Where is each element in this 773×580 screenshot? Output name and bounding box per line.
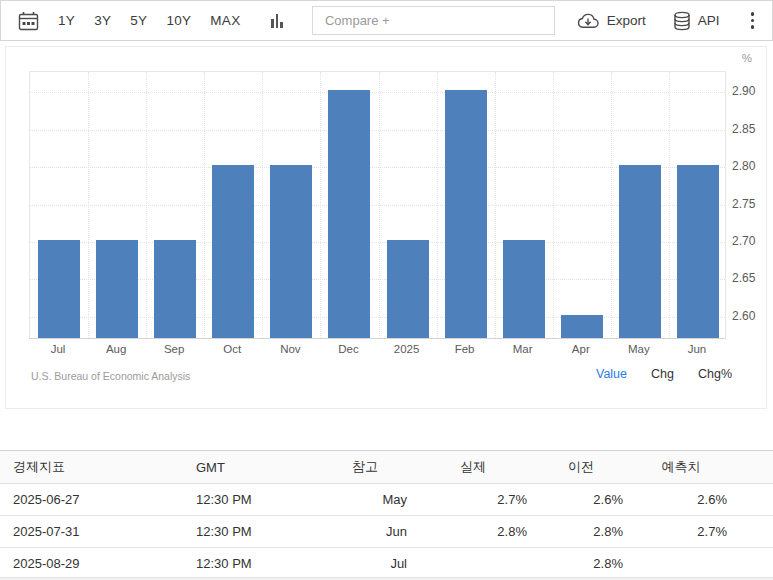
y-tick-label: 2.90	[732, 84, 755, 98]
table-header-cell: 참고	[317, 451, 413, 484]
table-cell: May	[317, 484, 413, 516]
chart-bar-jun[interactable]	[677, 165, 719, 338]
cloud-download-icon	[576, 12, 600, 30]
x-axis-label: Sep	[145, 343, 203, 355]
v-gridline	[88, 72, 89, 338]
v-gridline	[611, 72, 612, 338]
range-button-5y[interactable]: 5Y	[130, 13, 147, 28]
range-button-max[interactable]: MAX	[210, 13, 240, 28]
table-header-row: 경제지표GMT참고실제이전예측치	[0, 451, 773, 484]
chart-bar-dec[interactable]	[328, 90, 370, 338]
table-header-cell: 이전	[533, 451, 629, 484]
range-selector: 1Y3Y5Y10YMAX	[58, 13, 240, 28]
range-button-10y[interactable]: 10Y	[166, 13, 191, 28]
table-cell: 12:30 PM	[196, 484, 317, 516]
v-gridline	[437, 72, 438, 338]
chart-bar-aug[interactable]	[96, 240, 138, 338]
y-tick-label: 2.65	[732, 271, 755, 285]
table-row[interactable]: 2025-08-2912:30 PMJul2.8%	[0, 548, 773, 580]
chart-mode-link-chg[interactable]: Chg	[651, 367, 674, 381]
chart-bar-may[interactable]	[619, 165, 661, 338]
chart-bar-mar[interactable]	[503, 240, 545, 338]
h-gridline	[30, 130, 725, 131]
series-mode-links: ValueChgChg%	[596, 367, 732, 381]
chart-mode-link-chgpct[interactable]: Chg%	[698, 367, 732, 381]
v-gridline	[262, 72, 263, 338]
v-gridline	[669, 72, 670, 338]
export-button[interactable]: Export	[576, 12, 646, 30]
y-tick-label: 2.75	[732, 197, 755, 211]
chart-mode-link-value[interactable]: Value	[596, 367, 627, 381]
v-gridline	[204, 72, 205, 338]
table-cell: 2025-07-31	[0, 516, 196, 548]
table-header-cell: GMT	[196, 451, 317, 484]
y-tick-label: 2.60	[732, 309, 755, 323]
table-cell	[629, 548, 733, 580]
x-axis-label: Feb	[436, 343, 494, 355]
x-axis-label: Mar	[494, 343, 552, 355]
table-row[interactable]: 2025-06-2712:30 PMMay2.7%2.6%2.6%	[0, 484, 773, 516]
range-button-3y[interactable]: 3Y	[94, 13, 111, 28]
chart-bar-sep[interactable]	[154, 240, 196, 338]
chart-bar-feb[interactable]	[445, 90, 487, 338]
y-tick-label: 2.80	[732, 159, 755, 173]
v-gridline	[495, 72, 496, 338]
api-button[interactable]: API	[673, 11, 720, 31]
x-axis-label: Aug	[87, 343, 145, 355]
h-gridline	[30, 92, 725, 93]
chart-bar-jul[interactable]	[38, 240, 80, 338]
v-gridline	[146, 72, 147, 338]
database-icon	[673, 11, 691, 31]
chart-bar-oct[interactable]	[212, 165, 254, 338]
table-cell: Jun	[317, 516, 413, 548]
chart-panel: % 2.902.852.802.752.702.652.60 JulAugSep…	[5, 46, 767, 409]
toolbar: 1Y3Y5Y10YMAX Export API	[0, 0, 773, 41]
table-cell: Jul	[317, 548, 413, 580]
calendar-button[interactable]	[18, 11, 39, 31]
range-button-1y[interactable]: 1Y	[58, 13, 75, 28]
calendar-icon	[18, 11, 39, 31]
economic-calendar-table: 경제지표GMT참고실제이전예측치 2025-06-2712:30 PMMay2.…	[0, 450, 773, 580]
table-cell: 12:30 PM	[196, 516, 317, 548]
x-axis-label: Dec	[319, 343, 377, 355]
y-tick-label: 2.70	[732, 234, 755, 248]
v-gridline	[553, 72, 554, 338]
table-header-cell: 실제	[413, 451, 533, 484]
chart-bar-2025[interactable]	[387, 240, 429, 338]
table-cell: 2.8%	[413, 516, 533, 548]
x-axis: JulAugSepOctNovDec2025FebMarAprMayJun	[29, 343, 726, 359]
toolbar-right-group: Export API	[576, 10, 758, 31]
api-label: API	[698, 13, 720, 28]
table-header-cell: 경제지표	[0, 451, 196, 484]
table-cell: 2025-08-29	[0, 548, 196, 580]
y-tick-label: 2.85	[732, 122, 755, 136]
table-body: 2025-06-2712:30 PMMay2.7%2.6%2.6%2025-07…	[0, 484, 773, 580]
v-gridline	[379, 72, 380, 338]
table-header: 경제지표GMT참고실제이전예측치	[0, 451, 773, 484]
kebab-dot	[751, 12, 755, 16]
compare-input[interactable]	[312, 6, 555, 35]
table-cell: 2.7%	[629, 516, 733, 548]
chart-type-icon[interactable]	[271, 14, 283, 28]
table-cell: 2.8%	[533, 516, 629, 548]
plot-area	[29, 71, 726, 339]
table-row[interactable]: 2025-07-3112:30 PMJun2.8%2.8%2.7%	[0, 516, 773, 548]
table-cell: 2.6%	[533, 484, 629, 516]
y-axis: 2.902.852.802.752.702.652.60	[732, 47, 773, 408]
table-cell: 2.8%	[533, 548, 629, 580]
more-options-button[interactable]	[747, 10, 759, 31]
x-axis-label: Oct	[203, 343, 261, 355]
export-label: Export	[607, 13, 646, 28]
x-axis-label: Apr	[552, 343, 610, 355]
x-axis-label: Nov	[261, 343, 319, 355]
table-cell: 2.6%	[629, 484, 733, 516]
table-cell: 12:30 PM	[196, 548, 317, 580]
x-axis-label: 2025	[378, 343, 436, 355]
table-cell	[413, 548, 533, 580]
table-cell: 2025-06-27	[0, 484, 196, 516]
chart-bar-apr[interactable]	[561, 315, 603, 338]
chart-bar-nov[interactable]	[270, 165, 312, 338]
kebab-dot	[751, 19, 755, 23]
table-header-cell: 예측치	[629, 451, 733, 484]
v-gridline	[320, 72, 321, 338]
